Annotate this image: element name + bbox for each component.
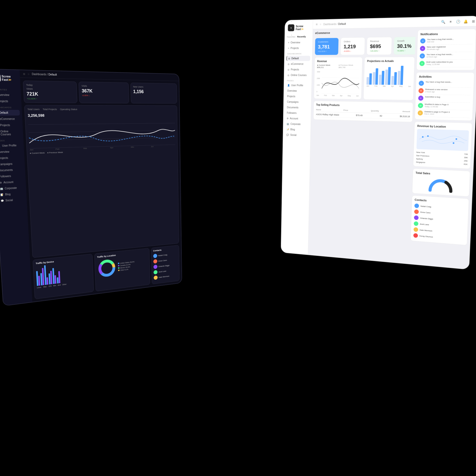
light-sidebar: S ScrewFast≫ Favorites Recently Overview…	[281, 20, 313, 254]
light-product-qty: 82	[380, 115, 382, 117]
svg-text:Mio: Mio	[131, 146, 134, 148]
light-nav-page-overview[interactable]: Overview	[286, 88, 310, 94]
dark-logo-text: ScrewFast≫	[1, 75, 12, 82]
light-avatar-andi	[414, 221, 418, 226]
light-act-1-avatar: U	[419, 81, 424, 86]
dark-views-card: Today Views 721K +11.01% ↑	[23, 81, 77, 103]
light-tab-recently[interactable]: Recently	[297, 35, 306, 38]
light-nav-overview[interactable]: Overview	[287, 40, 310, 45]
dark-nav-page-projects[interactable]: Projects	[0, 155, 22, 161]
light-logo-icon: S	[288, 24, 294, 31]
light-notif-2-text: New user registered	[427, 46, 446, 49]
dark-nav-projects-dash[interactable]: ◎ Projects	[0, 122, 21, 128]
light-loc-sydney-city: Sydney	[416, 158, 423, 160]
light-history-icon[interactable]: 🕐	[455, 19, 461, 24]
light-nav-default[interactable]: ◎ Default	[286, 56, 310, 61]
light-avatar-kate	[414, 227, 418, 232]
light-name-andi: Andi Lane	[420, 223, 429, 226]
dark-new-users-card: New Users 1,156	[130, 83, 177, 103]
light-x-axis-labels: JanFebMarAprMayJun	[316, 94, 359, 97]
dark-new-users-value: 1,156	[133, 89, 175, 95]
dark-app: S ScrewFast≫ Favorites Overview Projects…	[0, 69, 182, 306]
light-nav-online-courses[interactable]: ◎ Online Courses	[286, 73, 310, 78]
dark-nav-ecommerce[interactable]: ◎ eCommerce	[0, 116, 20, 122]
dark-views-label: Views	[26, 88, 74, 91]
light-nav-ecommerce[interactable]: ◎ eCommerce	[286, 61, 310, 67]
dark-breadcrumb: Dashboards / Default	[32, 73, 57, 76]
light-activities-card: Activities U You have a bug that needs..…	[415, 72, 475, 121]
dark-nav-blog[interactable]: 📝 Blog	[0, 191, 24, 198]
light-search-button[interactable]: 🔍	[441, 19, 446, 25]
light-pvs-bars	[366, 64, 412, 85]
dark-traffic-device-card: Traffic by Device	[33, 254, 94, 299]
light-nav-account[interactable]: ⚙ Account	[285, 116, 309, 121]
dark-views-change: +11.01% ↑	[27, 97, 75, 100]
svg-line-1	[29, 130, 175, 133]
light-grid-icon[interactable]: ⊞	[471, 18, 476, 24]
dark-nav-default[interactable]: ◎ Default	[0, 110, 20, 116]
light-nav-social[interactable]: 💬 Social	[285, 132, 309, 138]
light-revenue-label: Revenue	[370, 40, 389, 43]
light-notif-1: U You have a bug that needs... Just now	[420, 37, 473, 45]
light-name-orlando: Orlando Diggs	[420, 217, 433, 220]
light-name-natali: Natali Craig	[420, 205, 431, 208]
dark-nav-online-courses[interactable]: ◎ Online Courses	[0, 128, 21, 137]
dark-op-status-label: Operating Status	[60, 108, 77, 111]
light-notif-2-time: 59 minutes ago	[427, 48, 446, 50]
dark-visits-change: -0.05% ↓	[82, 94, 126, 97]
light-nav-user-profile[interactable]: 👤 User Profile	[286, 83, 310, 88]
light-nav-page-projects[interactable]: Projects	[286, 94, 309, 99]
dark-nav-campaigns[interactable]: Campaigns	[0, 161, 23, 167]
dark-nav-account[interactable]: ⚙ Account	[0, 179, 24, 185]
light-tab-favorites[interactable]: Favorites	[287, 35, 295, 38]
dark-visits-card: Visits 367K -0.05% ↓	[79, 82, 129, 103]
dark-nav-followers[interactable]: Followers	[0, 173, 23, 179]
dark-new-users-label: New Users	[133, 86, 175, 89]
light-notif-4-text: Andi Lane subscribed to you	[426, 61, 453, 63]
light-orders-change: -0.03% ↓	[343, 50, 361, 52]
light-loc-sydney-value: 25K	[464, 160, 468, 162]
dark-nav-projects[interactable]: Projects	[0, 98, 19, 104]
svg-line-16	[322, 86, 359, 86]
dark-section-dashboards: Dashboards	[0, 105, 20, 109]
dark-section-pages: Pages	[0, 137, 21, 142]
light-notif-3: U You have a bug that needs... 12 hours …	[419, 52, 472, 60]
light-nav-projects[interactable]: Projects	[287, 45, 310, 51]
dark-nav-documents[interactable]: Documents	[0, 167, 23, 173]
light-loc-ny-city: New York	[416, 151, 425, 154]
light-loc-ny-value: 72K	[464, 153, 468, 155]
light-col-name: Name	[316, 109, 321, 111]
light-nav-documents[interactable]: Documents	[286, 105, 309, 110]
light-act-3-avatar: S	[418, 95, 424, 101]
light-nav-corporate[interactable]: 🏢 Corporate	[285, 121, 309, 127]
light-gauge	[415, 176, 467, 194]
light-monitor: S ScrewFast≫ Favorites Recently Overview…	[281, 16, 476, 270]
svg-text:Jul: Jul	[151, 145, 153, 148]
light-growth-value: 30.1%	[397, 43, 416, 49]
dark-nav-overview[interactable]: Overview	[0, 92, 19, 98]
svg-text:Mar: Mar	[83, 147, 87, 149]
light-loc-sf-city: San Francisco	[416, 154, 429, 157]
light-sun-icon[interactable]: ☀	[448, 19, 453, 24]
light-notification-icon[interactable]: 🔔	[463, 19, 469, 24]
svg-line-17	[322, 93, 359, 94]
light-nav-campaigns[interactable]: Campaigns	[286, 99, 309, 105]
dark-logo: S ScrewFast≫	[0, 73, 18, 83]
light-product-price: $79.49	[356, 114, 362, 117]
light-notif-3-text: You have a bug that needs...	[426, 53, 453, 56]
light-nav-projects-dash[interactable]: ◎ Projects	[286, 67, 310, 72]
light-nav-blog[interactable]: 📝 Blog	[285, 127, 309, 132]
dark-nav-social[interactable]: 💬 Social	[0, 197, 25, 204]
dark-nav-corporate[interactable]: 🏢 Corporate	[0, 185, 24, 191]
light-growth-label: Growth	[397, 39, 416, 42]
light-revenue-value: $695	[370, 43, 388, 49]
light-logo: S ScrewFast≫	[287, 23, 311, 32]
light-act-2: R Released a new version 2 hours ago	[418, 87, 471, 95]
dark-nav-page-overview[interactable]: Overview	[0, 149, 22, 155]
light-nav-followers[interactable]: Followers	[285, 110, 309, 116]
light-customers-value: 3,781	[318, 44, 335, 50]
dark-nav-user-profile[interactable]: 👤 User Profile	[0, 143, 22, 149]
light-orders-card: Orders 1,219 -0.03% ↓	[340, 37, 365, 55]
light-notif-2-avatar: N	[420, 46, 425, 51]
svg-line-0	[28, 123, 175, 125]
